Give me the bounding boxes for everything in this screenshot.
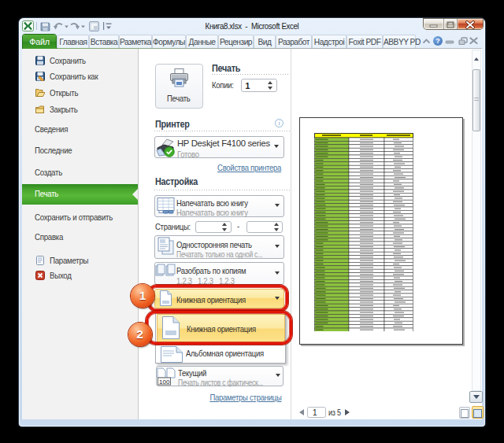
svg-text:100: 100 xyxy=(159,378,170,385)
